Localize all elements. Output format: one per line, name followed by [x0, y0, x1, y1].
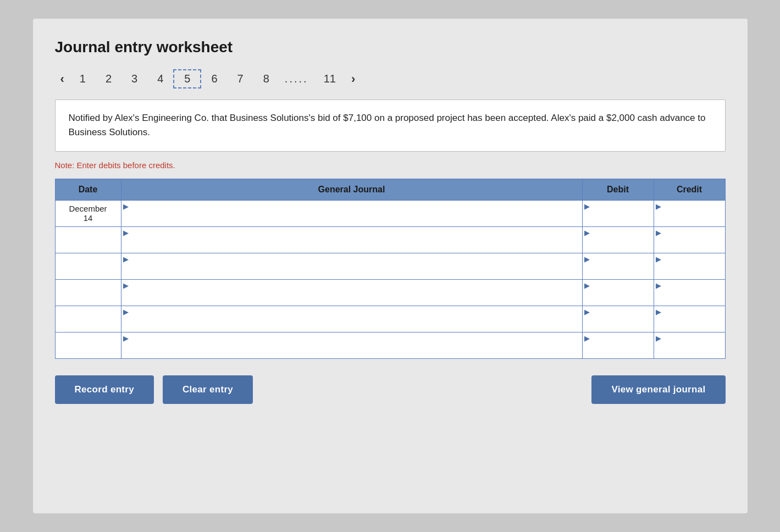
credit-input-3[interactable]: [663, 280, 725, 306]
header-journal: General Journal: [121, 179, 582, 200]
journal-table: Date General Journal Debit Credit Decemb…: [55, 179, 726, 359]
next-arrow[interactable]: ›: [346, 70, 361, 88]
table-row: ▶▶▶: [55, 226, 725, 253]
debit-cell-5[interactable]: ▶: [582, 332, 654, 358]
nav-number-4[interactable]: 4: [147, 70, 173, 87]
credit-arrow-0: ▶: [654, 201, 663, 210]
credit-arrow-3: ▶: [654, 280, 663, 289]
journal-arrow-1: ▶: [121, 227, 130, 236]
date-cell-2: [55, 253, 121, 279]
debit-cell-4[interactable]: ▶: [582, 306, 654, 332]
nav-number-1[interactable]: 1: [70, 70, 96, 87]
nav-number-8[interactable]: 8: [253, 70, 279, 87]
nav-number-2[interactable]: 2: [96, 70, 121, 87]
debit-input-3[interactable]: [591, 280, 654, 306]
debit-input-5[interactable]: [591, 332, 654, 358]
debit-cell-3[interactable]: ▶: [582, 279, 654, 306]
debit-cell-0[interactable]: ▶: [582, 200, 654, 226]
credit-cell-5[interactable]: ▶: [654, 332, 725, 358]
credit-input-5[interactable]: [663, 332, 725, 358]
debit-input-1[interactable]: [591, 227, 654, 253]
debit-arrow-1: ▶: [583, 227, 591, 236]
header-debit: Debit: [582, 179, 654, 200]
journal-input-5[interactable]: [130, 332, 582, 358]
note-text: Note: Enter debits before credits.: [55, 160, 726, 170]
nav-ellipsis: .....: [279, 70, 314, 87]
journal-input-0[interactable]: [130, 201, 582, 226]
table-row: ▶▶▶: [55, 253, 725, 279]
clear-entry-button[interactable]: Clear entry: [163, 375, 253, 404]
date-cell-4: [55, 306, 121, 332]
journal-input-3[interactable]: [130, 280, 582, 306]
journal-cell-1[interactable]: ▶: [121, 226, 582, 253]
credit-arrow-2: ▶: [654, 253, 663, 263]
nav-number-6[interactable]: 6: [201, 70, 227, 87]
header-date: Date: [55, 179, 121, 200]
credit-cell-0[interactable]: ▶: [654, 200, 725, 226]
buttons-row: Record entry Clear entry View general jo…: [55, 375, 726, 404]
main-container: Journal entry worksheet ‹ 12345678.....1…: [33, 19, 748, 513]
credit-arrow-5: ▶: [654, 332, 663, 342]
debit-input-0[interactable]: [591, 201, 654, 226]
record-entry-button[interactable]: Record entry: [55, 375, 154, 404]
nav-number-3[interactable]: 3: [121, 70, 147, 87]
description-text: Notified by Alex's Engineering Co. that …: [69, 113, 706, 137]
credit-cell-4[interactable]: ▶: [654, 306, 725, 332]
debit-arrow-2: ▶: [583, 253, 591, 263]
table-row: ▶▶▶: [55, 332, 725, 358]
credit-arrow-1: ▶: [654, 227, 663, 236]
credit-cell-1[interactable]: ▶: [654, 226, 725, 253]
nav-bar: ‹ 12345678.....11›: [55, 69, 726, 88]
prev-arrow[interactable]: ‹: [55, 70, 70, 88]
debit-cell-1[interactable]: ▶: [582, 226, 654, 253]
date-cell-3: [55, 279, 121, 306]
nav-number-7[interactable]: 7: [228, 70, 253, 87]
table-row: December 14▶▶▶: [55, 200, 725, 226]
journal-arrow-3: ▶: [121, 280, 130, 289]
journal-arrow-4: ▶: [121, 306, 130, 315]
credit-input-1[interactable]: [663, 227, 725, 253]
journal-arrow-2: ▶: [121, 253, 130, 263]
debit-input-2[interactable]: [591, 253, 654, 279]
nav-number-5[interactable]: 5: [173, 69, 201, 88]
credit-cell-2[interactable]: ▶: [654, 253, 725, 279]
journal-input-4[interactable]: [130, 306, 582, 332]
view-general-journal-button[interactable]: View general journal: [591, 375, 725, 404]
credit-input-0[interactable]: [663, 201, 725, 226]
debit-arrow-0: ▶: [583, 201, 591, 210]
journal-input-2[interactable]: [130, 253, 582, 279]
nav-number-11[interactable]: 11: [314, 70, 346, 87]
journal-cell-5[interactable]: ▶: [121, 332, 582, 358]
credit-cell-3[interactable]: ▶: [654, 279, 725, 306]
debit-arrow-4: ▶: [583, 306, 591, 315]
debit-input-4[interactable]: [591, 306, 654, 332]
debit-cell-2[interactable]: ▶: [582, 253, 654, 279]
page-title: Journal entry worksheet: [55, 38, 726, 56]
debit-arrow-5: ▶: [583, 332, 591, 342]
journal-cell-4[interactable]: ▶: [121, 306, 582, 332]
date-cell-1: [55, 226, 121, 253]
journal-cell-0[interactable]: ▶: [121, 200, 582, 226]
credit-input-4[interactable]: [663, 306, 725, 332]
journal-cell-3[interactable]: ▶: [121, 279, 582, 306]
description-box: Notified by Alex's Engineering Co. that …: [55, 99, 726, 152]
credit-arrow-4: ▶: [654, 306, 663, 315]
debit-arrow-3: ▶: [583, 280, 591, 289]
credit-input-2[interactable]: [663, 253, 725, 279]
journal-cell-2[interactable]: ▶: [121, 253, 582, 279]
date-cell-5: [55, 332, 121, 358]
journal-arrow-0: ▶: [121, 201, 130, 210]
table-row: ▶▶▶: [55, 279, 725, 306]
journal-input-1[interactable]: [130, 227, 582, 253]
journal-arrow-5: ▶: [121, 332, 130, 342]
date-cell-0: December 14: [55, 200, 121, 226]
table-row: ▶▶▶: [55, 306, 725, 332]
header-credit: Credit: [654, 179, 725, 200]
